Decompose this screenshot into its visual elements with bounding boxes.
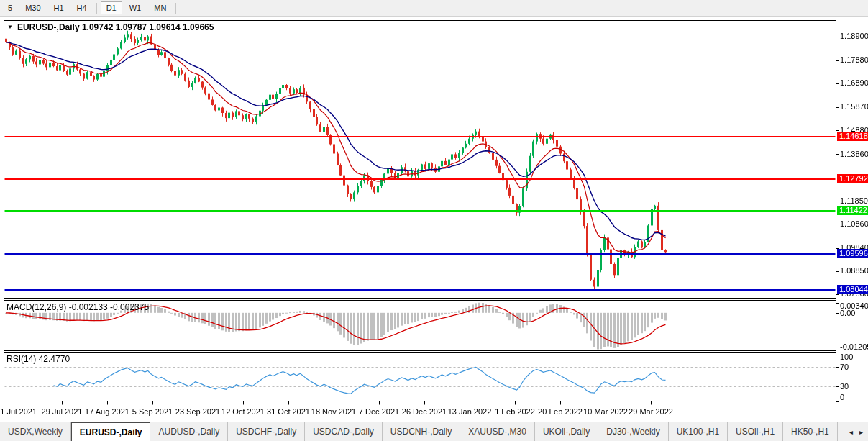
chart-tab-ukoil-daily[interactable]: UKOil-,Daily	[535, 422, 598, 441]
chart-tab-bar: USDX,WeeklyEURUSD-,DailyAUDUSD-,DailyUSD…	[0, 422, 868, 441]
date-tick-label: 29 Jul 2021	[42, 407, 83, 416]
timeframe-button-MN[interactable]: MN	[148, 1, 172, 14]
timeframe-button-D1[interactable]: D1	[101, 1, 122, 14]
price-tick-label: 1.18900	[840, 32, 868, 40]
price-line-badge: 1.08044	[837, 285, 868, 294]
chart-tab-dj30-weekly[interactable]: DJ30-,Weekly	[598, 422, 668, 441]
rsi-indicator-label: RSI(14) 42.4770	[6, 354, 70, 364]
indicator-tick-label: 0	[840, 393, 844, 401]
price-tick-label: 1.17880	[840, 55, 868, 64]
indicator-tick-label: -0.01205	[840, 342, 868, 351]
price-line-badge: 1.14618	[837, 132, 868, 141]
timeframe-button-W1[interactable]: W1	[124, 1, 147, 14]
timeframe-button-M30[interactable]: M30	[19, 1, 46, 14]
date-tick-label: 1 Feb 2022	[495, 407, 535, 416]
chart-tab-usdcad-daily[interactable]: USDCAD-,Daily	[305, 422, 383, 441]
tab-scroll-arrows: ◂▸	[844, 422, 868, 441]
indicator-tick-label: 0.00	[840, 309, 855, 317]
symbol-dropdown-icon[interactable]: ▼	[7, 24, 13, 30]
date-tick-label: 20 Feb 2022	[538, 407, 583, 416]
date-tick-label: 23 Sep 2021	[175, 407, 220, 416]
chart-tab-audusd-daily[interactable]: AUDUSD-,Daily	[150, 422, 228, 441]
date-tick-label: 29 Mar 2022	[629, 407, 673, 416]
chart-tab-usdx-weekly[interactable]: USDX,Weekly	[0, 422, 71, 441]
timeframe-button-H4[interactable]: H4	[71, 1, 93, 14]
macd-indicator-label: MACD(12,26,9) -0.002133 -0.002375	[6, 302, 149, 312]
price-tick-label: 1.10860	[840, 219, 868, 228]
date-tick-label: 13 Jan 2022	[448, 407, 492, 416]
price-tick-label: 1.16890	[840, 78, 868, 87]
date-tick-label: 18 Nov 2021	[311, 407, 356, 416]
timeframe-button-H1[interactable]: H1	[48, 1, 70, 14]
timeframe-toolbar: 5M30H1H4D1W1MN	[0, 0, 868, 17]
date-tick-label: 7 Dec 2021	[359, 407, 399, 416]
chart-title: ▼ EURUSD-,Daily 1.09742 1.09787 1.09614 …	[7, 22, 214, 32]
price-tick-label: 1.08850	[840, 266, 868, 275]
date-tick-label: 11 Jul 2021	[0, 407, 37, 416]
chart-tab-eurusd-daily[interactable]: EURUSD-,Daily	[71, 422, 151, 441]
chart-title-text: EURUSD-,Daily 1.09742 1.09787 1.09614 1.…	[17, 22, 214, 32]
date-tick-label: 5 Sep 2021	[132, 407, 173, 416]
price-tick-label: 1.11850	[840, 196, 868, 205]
date-tick-label: 31 Oct 2021	[267, 407, 310, 416]
chart-tab-usoil-h1[interactable]: USOil-,H1	[728, 422, 783, 441]
indicator-tick-label: 70	[840, 363, 849, 371]
date-tick-label: 10 Mar 2022	[583, 407, 628, 416]
date-tick-label: 26 Dec 2021	[402, 407, 447, 416]
price-line-badge: 1.12792	[837, 174, 868, 183]
indicator-tick-label: 100	[840, 353, 853, 361]
price-line-badge: 1.11422	[837, 206, 868, 215]
tab-scroll-right-icon[interactable]: ▸	[859, 428, 863, 436]
chart-canvas[interactable]	[0, 0, 868, 441]
price-line-badge: 1.09596	[837, 249, 868, 258]
toolbar-separator	[175, 3, 176, 14]
trading-terminal-window: 5M30H1H4D1W1MN ▼ EURUSD-,Daily 1.09742 1…	[0, 0, 868, 441]
chart-tab-usdcnh-daily[interactable]: USDCNH-,Daily	[383, 422, 460, 441]
chart-tab-xauusd-m30[interactable]: XAUUSD-,M30	[460, 422, 535, 441]
date-tick-label: 17 Aug 2021	[85, 407, 129, 416]
chart-tab-usdchf-daily[interactable]: USDCHF-,Daily	[228, 422, 305, 441]
indicator-tick-label: 30	[840, 382, 849, 391]
toolbar-separator	[96, 3, 97, 14]
chart-tab-hk50-h1[interactable]: HK50-,H1	[783, 422, 838, 441]
price-tick-label: 1.13860	[840, 150, 868, 158]
tab-scroll-left-icon[interactable]: ◂	[849, 428, 853, 436]
timeframe-button-5[interactable]: 5	[2, 1, 18, 14]
price-tick-label: 1.15870	[840, 102, 868, 111]
date-tick-label: 12 Oct 2021	[221, 407, 265, 416]
chart-tab-uk100-h1[interactable]: UK100-,H1	[669, 422, 728, 441]
